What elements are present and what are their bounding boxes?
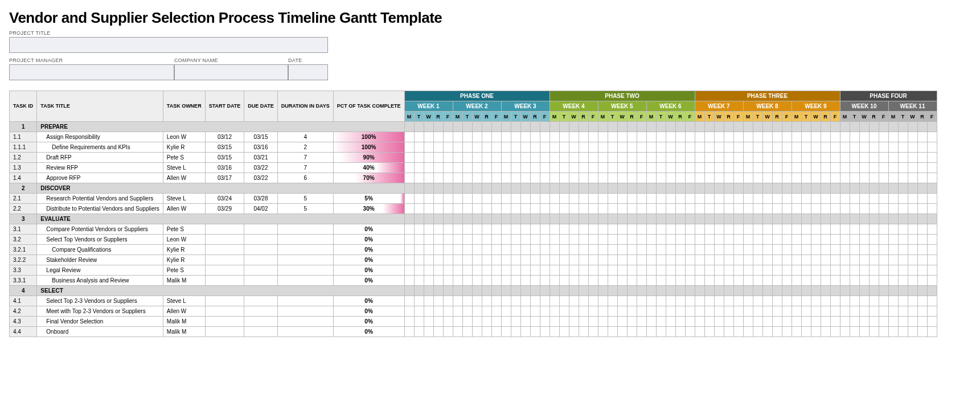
- duration-cell[interactable]: [277, 306, 333, 317]
- task-title-cell[interactable]: Research Potential Vendors and Suppliers: [37, 194, 163, 204]
- task-title-cell[interactable]: Assign Responsibility: [37, 132, 163, 142]
- task-title-cell[interactable]: Legal Review: [37, 265, 163, 276]
- duration-cell[interactable]: 7: [277, 153, 333, 163]
- pct-cell[interactable]: 70%: [333, 173, 404, 183]
- due-cell[interactable]: 03/16: [244, 142, 277, 153]
- start-cell[interactable]: 03/17: [205, 173, 244, 183]
- due-cell[interactable]: [244, 296, 277, 306]
- pct-cell[interactable]: 0%: [333, 327, 404, 337]
- duration-cell[interactable]: [277, 327, 333, 337]
- start-cell[interactable]: [205, 317, 244, 327]
- owner-cell[interactable]: Kylie R: [163, 255, 205, 265]
- duration-cell[interactable]: [277, 296, 333, 306]
- pct-cell[interactable]: 0%: [333, 255, 404, 265]
- start-cell[interactable]: [205, 265, 244, 276]
- duration-cell[interactable]: [277, 276, 333, 286]
- pct-cell[interactable]: 90%: [333, 153, 404, 163]
- owner-cell[interactable]: Pete S: [163, 224, 205, 235]
- owner-cell[interactable]: Pete S: [163, 153, 205, 163]
- owner-cell[interactable]: Malik M: [163, 327, 205, 337]
- start-cell[interactable]: 03/15: [205, 153, 244, 163]
- task-title-cell[interactable]: Select Top Vendors or Suppliers: [37, 235, 163, 245]
- pct-cell[interactable]: 100%: [333, 142, 404, 153]
- owner-cell[interactable]: Leon W: [163, 235, 205, 245]
- pct-cell[interactable]: 0%: [333, 224, 404, 235]
- pct-cell[interactable]: 5%: [333, 194, 404, 204]
- pct-cell[interactable]: 0%: [333, 317, 404, 327]
- task-title-cell[interactable]: Meet with Top 2-3 Vendors or Suppliers: [37, 306, 163, 317]
- duration-cell[interactable]: [277, 245, 333, 255]
- owner-cell[interactable]: Steve L: [163, 194, 205, 204]
- start-cell[interactable]: [205, 245, 244, 255]
- company-name-input[interactable]: [174, 64, 288, 80]
- pct-cell[interactable]: 0%: [333, 265, 404, 276]
- due-cell[interactable]: 03/28: [244, 194, 277, 204]
- due-cell[interactable]: 03/22: [244, 163, 277, 173]
- owner-cell[interactable]: Allen W: [163, 173, 205, 183]
- due-cell[interactable]: [244, 317, 277, 327]
- owner-cell[interactable]: Allen W: [163, 204, 205, 214]
- task-title-cell[interactable]: Review RFP: [37, 163, 163, 173]
- due-cell[interactable]: [244, 306, 277, 317]
- pct-cell[interactable]: 30%: [333, 204, 404, 214]
- owner-cell[interactable]: Steve L: [163, 163, 205, 173]
- pct-cell[interactable]: 0%: [333, 296, 404, 306]
- due-cell[interactable]: 03/22: [244, 173, 277, 183]
- due-cell[interactable]: 04/02: [244, 204, 277, 214]
- duration-cell[interactable]: 5: [277, 204, 333, 214]
- task-title-cell[interactable]: Compare Potential Vendors or Suppliers: [37, 224, 163, 235]
- start-cell[interactable]: [205, 255, 244, 265]
- owner-cell[interactable]: Allen W: [163, 306, 205, 317]
- due-cell[interactable]: [244, 224, 277, 235]
- task-title-cell[interactable]: Define Requirements and KPIs: [37, 142, 163, 153]
- pct-cell[interactable]: 0%: [333, 306, 404, 317]
- project-manager-input[interactable]: [9, 64, 174, 80]
- start-cell[interactable]: [205, 296, 244, 306]
- start-cell[interactable]: [205, 224, 244, 235]
- owner-cell[interactable]: Kylie R: [163, 245, 205, 255]
- start-cell[interactable]: 03/16: [205, 163, 244, 173]
- start-cell[interactable]: 03/29: [205, 204, 244, 214]
- start-cell[interactable]: 03/24: [205, 194, 244, 204]
- project-title-input[interactable]: [9, 37, 328, 53]
- owner-cell[interactable]: Leon W: [163, 132, 205, 142]
- due-cell[interactable]: 03/15: [244, 132, 277, 142]
- due-cell[interactable]: [244, 245, 277, 255]
- task-title-cell[interactable]: Compare Qualifications: [37, 245, 163, 255]
- task-title-cell[interactable]: Stakeholder Review: [37, 255, 163, 265]
- due-cell[interactable]: [244, 235, 277, 245]
- due-cell[interactable]: [244, 255, 277, 265]
- task-title-cell[interactable]: Final Vendor Selection: [37, 317, 163, 327]
- owner-cell[interactable]: Pete S: [163, 265, 205, 276]
- due-cell[interactable]: [244, 276, 277, 286]
- pct-cell[interactable]: 0%: [333, 235, 404, 245]
- task-title-cell[interactable]: Draft RFP: [37, 153, 163, 163]
- duration-cell[interactable]: [277, 235, 333, 245]
- start-cell[interactable]: [205, 327, 244, 337]
- date-input[interactable]: [288, 64, 328, 80]
- owner-cell[interactable]: Kylie R: [163, 142, 205, 153]
- owner-cell[interactable]: Malik M: [163, 317, 205, 327]
- duration-cell[interactable]: [277, 255, 333, 265]
- duration-cell[interactable]: 2: [277, 142, 333, 153]
- owner-cell[interactable]: Steve L: [163, 296, 205, 306]
- task-title-cell[interactable]: Business Analysis and Review: [37, 276, 163, 286]
- duration-cell[interactable]: 7: [277, 163, 333, 173]
- owner-cell[interactable]: Malik M: [163, 276, 205, 286]
- start-cell[interactable]: [205, 276, 244, 286]
- start-cell[interactable]: 03/15: [205, 142, 244, 153]
- due-cell[interactable]: [244, 265, 277, 276]
- duration-cell[interactable]: [277, 224, 333, 235]
- duration-cell[interactable]: [277, 265, 333, 276]
- pct-cell[interactable]: 100%: [333, 132, 404, 142]
- duration-cell[interactable]: 6: [277, 173, 333, 183]
- start-cell[interactable]: 03/12: [205, 132, 244, 142]
- start-cell[interactable]: [205, 306, 244, 317]
- duration-cell[interactable]: [277, 317, 333, 327]
- task-title-cell[interactable]: Onboard: [37, 327, 163, 337]
- duration-cell[interactable]: 4: [277, 132, 333, 142]
- task-title-cell[interactable]: Distribute to Potential Vendors and Supp…: [37, 204, 163, 214]
- pct-cell[interactable]: 0%: [333, 276, 404, 286]
- pct-cell[interactable]: 0%: [333, 245, 404, 255]
- pct-cell[interactable]: 40%: [333, 163, 404, 173]
